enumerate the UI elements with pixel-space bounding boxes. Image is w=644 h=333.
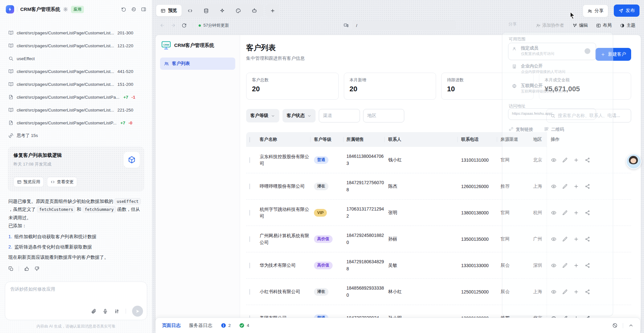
new-customer-button[interactable]: 新建客户 xyxy=(595,48,631,61)
tab-preview[interactable]: 预览 xyxy=(156,5,182,16)
task-card[interactable]: 修复客户列表加载逻辑 昨天 17:08 开发完成 预览应用 查看变更 xyxy=(8,147,144,192)
row-checkbox[interactable] xyxy=(249,210,250,216)
preview-app-button[interactable]: 预览应用 xyxy=(13,177,44,187)
list-text: 监听筛选条件变化时自动重新获取数据 xyxy=(14,244,92,250)
history-icon[interactable] xyxy=(131,7,136,12)
reference-item[interactable]: client/src/pages/CustomerListPage/Custom… xyxy=(0,91,152,104)
reference-item[interactable]: client/src/pages/CustomerListPage/Custom… xyxy=(0,116,152,129)
publish-button[interactable]: 发布 xyxy=(614,4,640,17)
tab-database[interactable] xyxy=(198,5,214,16)
thumbs-down-icon[interactable] xyxy=(34,266,40,271)
thinking-row[interactable]: 思考了 15s xyxy=(0,129,152,142)
composer-toolbar xyxy=(91,306,143,317)
table-row[interactable]: 杭州字节跳动科技有限公司VIP1706313177212942张明1380013… xyxy=(246,200,631,226)
tab-sparkle[interactable] xyxy=(214,5,230,16)
pencil-icon[interactable] xyxy=(562,236,568,242)
eye-icon[interactable] xyxy=(551,210,557,216)
table-row[interactable]: 京东科技控股股份有限公司普通1846113800447063钱小红1310013… xyxy=(246,147,631,173)
region-filter-input[interactable]: 地区 xyxy=(363,109,404,122)
view-changes-button[interactable]: 查看变更 xyxy=(47,177,77,187)
reference-item[interactable]: client/src/pages/CustomerListPage/Custom… xyxy=(0,65,152,78)
tab-robot[interactable] xyxy=(246,5,262,16)
success-count[interactable]: 4 xyxy=(239,323,249,328)
sidebar-item-customer-list[interactable]: 客户列表 xyxy=(160,58,235,70)
inline-code: fetchCustomers xyxy=(37,206,75,212)
composer[interactable]: 告诉妙搭如何修改应用 xyxy=(5,282,147,320)
copy-icon[interactable] xyxy=(8,266,13,271)
header-checkbox[interactable] xyxy=(249,137,250,142)
row-checkbox[interactable] xyxy=(249,184,250,189)
add-tab-button[interactable] xyxy=(266,4,279,17)
source-channel: 推荐 xyxy=(497,184,533,189)
reference-item[interactable]: client/src/pages/CustomerListPage/Custom… xyxy=(0,78,152,91)
tab-server-log[interactable]: 服务器日志 xyxy=(189,322,212,328)
theme-button[interactable]: 主题 xyxy=(620,22,635,28)
info-count[interactable]: 2 xyxy=(221,323,231,328)
cube-icon xyxy=(124,152,140,168)
row-checkbox[interactable] xyxy=(249,289,250,295)
reference-item[interactable]: client/src/pages/CustomerListPage/Custom… xyxy=(0,26,152,39)
pencil-icon[interactable] xyxy=(562,157,568,163)
device-preview-icon[interactable] xyxy=(344,23,349,28)
share-icon[interactable] xyxy=(585,236,590,242)
plus-icon[interactable] xyxy=(573,184,579,189)
paperclip-icon[interactable] xyxy=(91,309,96,314)
reference-item[interactable]: client/src/pages/CustomerListPage/Custom… xyxy=(0,104,152,116)
eye-icon[interactable] xyxy=(551,236,557,242)
table-row[interactable]: 小红书科技有限公司潜在1848568929333380林小红1250012500… xyxy=(246,279,631,305)
share-icon[interactable] xyxy=(585,184,590,189)
reference-item[interactable]: useEffect xyxy=(0,52,152,65)
refresh-icon[interactable] xyxy=(121,7,126,12)
plus-icon[interactable] xyxy=(573,210,579,216)
url-bar[interactable]: / xyxy=(352,21,456,30)
share-icon[interactable] xyxy=(585,289,590,295)
plus-icon[interactable] xyxy=(573,289,579,295)
mic-icon[interactable] xyxy=(103,309,108,314)
table-row[interactable]: 广州网易计算机系统有限公司高价值1847292458018820孙丽135001… xyxy=(246,226,631,252)
send-button[interactable] xyxy=(132,306,143,317)
reload-icon[interactable] xyxy=(182,23,187,28)
tab-design[interactable] xyxy=(230,5,246,16)
assistant-avatar[interactable] xyxy=(626,154,641,169)
row-checkbox[interactable] xyxy=(249,157,250,163)
level-filter[interactable]: 客户等级 xyxy=(246,109,279,122)
channel-filter-input[interactable]: 渠道 xyxy=(319,109,360,122)
eye-icon[interactable] xyxy=(551,263,557,268)
eye-icon[interactable] xyxy=(551,184,557,189)
customer-search-input[interactable]: 搜索客户名称、联系人、电话... xyxy=(546,109,631,122)
plus-icon[interactable] xyxy=(573,236,579,242)
share-icon[interactable] xyxy=(585,263,590,268)
pencil-icon[interactable] xyxy=(562,263,568,268)
eye-icon[interactable] xyxy=(551,157,557,163)
edit-button[interactable]: 编辑 xyxy=(572,22,588,28)
reference-item[interactable]: client/src/pages/CustomerListPage/Custom… xyxy=(0,39,152,52)
row-checkbox[interactable] xyxy=(249,236,250,242)
table-row[interactable]: 哔哩哔哩股份有限公司潜在1847291727560708陈杰1260012600… xyxy=(246,173,631,200)
column-header: 联系人 xyxy=(384,137,457,142)
table-row[interactable]: 华为技术有限公司高价值1847291806348298吴敏13300133000… xyxy=(246,252,631,279)
plus-icon[interactable] xyxy=(573,263,579,268)
layout-button[interactable]: 布局 xyxy=(596,22,612,28)
source-channel: 展会 xyxy=(497,289,533,295)
plus-icon[interactable] xyxy=(573,157,579,163)
share-icon[interactable] xyxy=(585,210,590,216)
chevron-up-icon[interactable] xyxy=(628,323,634,328)
pencil-icon[interactable] xyxy=(562,210,568,216)
sliders-icon[interactable] xyxy=(114,309,120,314)
forward-icon[interactable] xyxy=(171,23,176,28)
pencil-icon[interactable] xyxy=(562,184,568,189)
thumbs-up-icon[interactable] xyxy=(24,266,29,271)
tab-code[interactable] xyxy=(182,5,198,16)
clear-logs-icon[interactable] xyxy=(612,323,618,328)
contact-name: 钱小红 xyxy=(384,157,457,163)
share-button[interactable]: 分享 xyxy=(583,4,608,17)
share-icon[interactable] xyxy=(585,157,590,163)
status-filter[interactable]: 客户状态 xyxy=(282,109,316,122)
settings-gear-icon[interactable] xyxy=(63,7,68,12)
pencil-icon[interactable] xyxy=(562,289,568,295)
row-checkbox[interactable] xyxy=(249,263,250,268)
eye-icon[interactable] xyxy=(551,289,557,295)
back-icon[interactable] xyxy=(160,23,165,28)
tab-page-log[interactable]: 页面日志 xyxy=(162,322,181,328)
panel-toggle-icon[interactable] xyxy=(141,7,146,12)
